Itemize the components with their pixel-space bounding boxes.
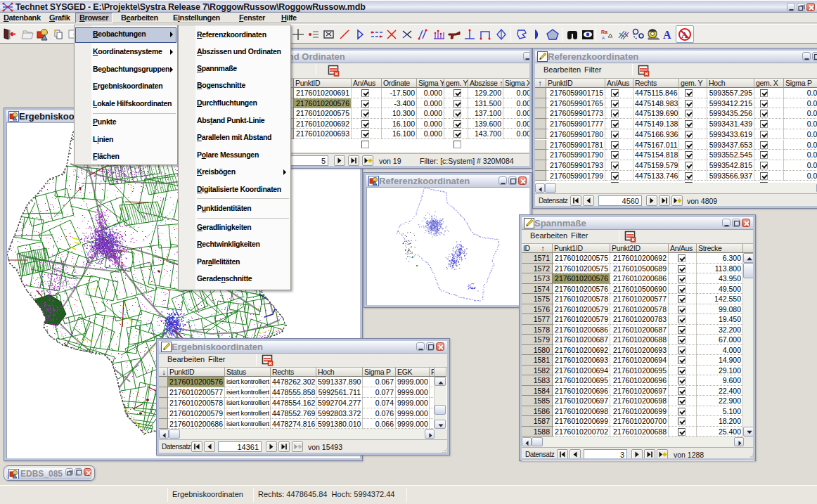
- svg-text:A: A: [602, 36, 605, 40]
- svg-text:A: A: [663, 29, 671, 41]
- svg-text:Ra: Ra: [601, 30, 607, 34]
